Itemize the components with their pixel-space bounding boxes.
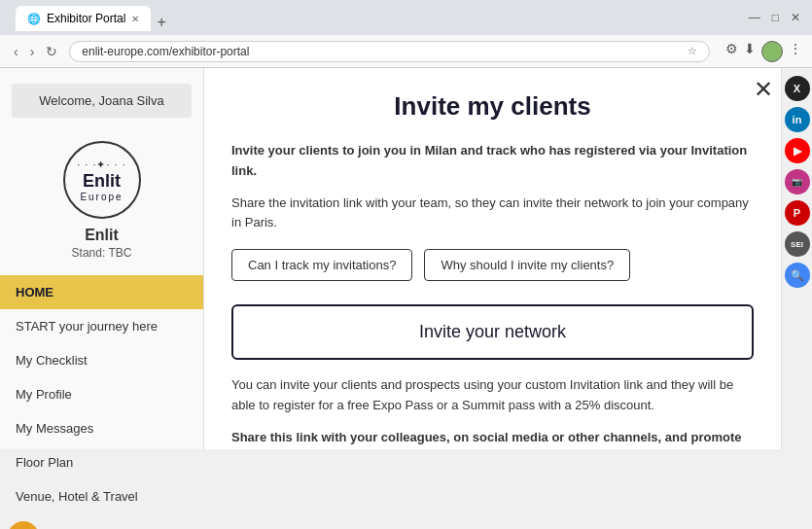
browser-chrome: 🌐 Exhibitor Portal ✕ + — □ ✕ <box>0 0 812 35</box>
social-sei-icon[interactable]: SEI <box>785 231 810 257</box>
invite-desc-2: Share the invitation link with your team… <box>231 194 754 234</box>
modal: Welcome, Joana Silva · · ·✦· · · Enlit E… <box>0 68 781 449</box>
social-search-icon[interactable]: 🔍 <box>785 263 810 288</box>
back-button[interactable]: ‹ <box>10 42 22 61</box>
chat-button[interactable]: 💬 <box>8 521 39 529</box>
social-pinterest-icon[interactable]: P <box>785 200 810 226</box>
button-row: Can I track my invitations? Why should I… <box>231 249 754 281</box>
company-name: Enlit <box>85 227 119 244</box>
bookmark-icon[interactable]: ☆ <box>688 45 697 57</box>
browser-controls: 🌐 Exhibitor Portal ✕ + <box>8 4 172 31</box>
nav-item-messages[interactable]: My Messages <box>0 411 203 445</box>
social-linkedin-icon[interactable]: in <box>785 107 810 132</box>
nav-item-home[interactable]: HOME <box>0 275 203 309</box>
track-invitations-button[interactable]: Can I track my invitations? <box>231 249 412 281</box>
info-text-2: Share this link with your colleagues, on… <box>231 428 754 449</box>
menu-icon[interactable]: ⋮ <box>789 41 802 62</box>
nav-menu: HOME START your journey here My Checklis… <box>0 275 203 513</box>
social-instagram-icon[interactable]: 📷 <box>785 169 810 194</box>
welcome-box: Welcome, Joana Silva <box>12 84 192 118</box>
tab-favicon: 🌐 <box>27 13 41 25</box>
tab-title: Exhibitor Portal <box>47 12 125 25</box>
address-bar: ‹ › ↻ enlit-europe.com/exhibitor-portal … <box>0 35 812 68</box>
active-tab[interactable]: 🌐 Exhibitor Portal ✕ <box>16 6 151 31</box>
invite-network-button[interactable]: Invite your network <box>231 304 754 360</box>
logo-name: Enlit <box>77 171 126 192</box>
sidebar-panel: Welcome, Joana Silva · · ·✦· · · Enlit E… <box>0 68 204 449</box>
modal-title: Invite my clients <box>231 91 754 122</box>
info-text-1: You can invite your clients and prospect… <box>231 375 754 416</box>
social-sidebar: X in ▶ 📷 P SEI 🔍 <box>781 68 812 449</box>
company-logo: · · ·✦· · · Enlit Europe <box>63 141 141 219</box>
close-modal-button[interactable]: ✕ <box>754 76 773 103</box>
social-x-icon[interactable]: X <box>785 76 810 101</box>
minimize-icon[interactable]: — <box>745 9 764 26</box>
profile-avatar[interactable] <box>761 41 783 62</box>
nav-item-checklist[interactable]: My Checklist <box>0 343 203 377</box>
reload-button[interactable]: ↻ <box>42 42 61 61</box>
nav-item-venue[interactable]: Venue, Hotel & Travel <box>0 479 203 513</box>
stand-info: Stand: TBC <box>72 246 132 260</box>
download-icon[interactable]: ⬇ <box>744 41 756 62</box>
window-controls: — □ ✕ <box>745 9 804 26</box>
nav-item-profile[interactable]: My Profile <box>0 377 203 411</box>
tab-close-icon[interactable]: ✕ <box>131 14 139 24</box>
url-input[interactable]: enlit-europe.com/exhibitor-portal ☆ <box>69 41 710 62</box>
logo-subtitle: Europe <box>77 192 126 202</box>
new-tab-button[interactable]: + <box>151 14 171 31</box>
invite-desc-1: Invite your clients to join you in Milan… <box>231 141 754 182</box>
nav-item-start[interactable]: START your journey here <box>0 309 203 343</box>
modal-overlay: Welcome, Joana Silva · · ·✦· · · Enlit E… <box>0 68 781 449</box>
content-panel: ✕ Invite my clients Invite your clients … <box>204 68 781 449</box>
nav-item-floor-plan[interactable]: Floor Plan <box>0 445 203 479</box>
url-text: enlit-europe.com/exhibitor-portal <box>82 45 680 58</box>
logo-decorative: · · ·✦· · · <box>77 159 126 171</box>
extensions-icon[interactable]: ⚙ <box>725 41 738 62</box>
why-invite-button[interactable]: Why should I invite my clients? <box>424 249 630 281</box>
forward-button[interactable]: › <box>26 42 39 61</box>
maximize-icon[interactable]: □ <box>768 9 783 26</box>
close-window-icon[interactable]: ✕ <box>787 9 804 26</box>
social-youtube-icon[interactable]: ▶ <box>785 138 810 163</box>
